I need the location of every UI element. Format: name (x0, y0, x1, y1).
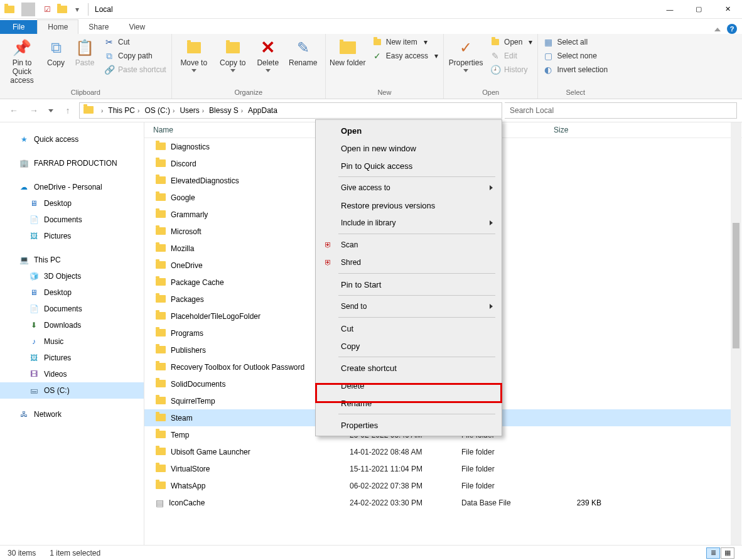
nav-music[interactable]: ♪Music (0, 333, 144, 350)
paste-button[interactable]: 📋Paste (70, 35, 99, 70)
paste-shortcut-icon: 🔗 (104, 65, 114, 75)
network-icon: 🖧 (19, 409, 29, 419)
crumb-1[interactable]: OS (C:)› (142, 106, 177, 115)
nav-os-c[interactable]: 🖴OS (C:) (0, 382, 144, 399)
group-label-organize: Organize (234, 87, 262, 99)
ctx-delete[interactable]: Delete (317, 377, 500, 394)
downloads-icon: ⬇ (29, 320, 39, 330)
history-icon: 🕘 (490, 65, 500, 75)
file-row[interactable]: WhatsApp06-02-2022 07:38 PMFile folder (144, 477, 731, 494)
delete-button[interactable]: ✕Delete (252, 35, 284, 75)
file-row[interactable]: VirtualStore15-11-2021 11:04 PMFile fold… (144, 460, 731, 477)
ctx-scan[interactable]: ⛨Scan (317, 236, 500, 254)
col-size[interactable]: Size (554, 126, 616, 134)
new-folder-icon (338, 38, 358, 58)
pin-icon: 📌 (12, 38, 32, 58)
file-icon: ▤ (156, 498, 164, 508)
nav-onedrive[interactable]: ☁OneDrive - Personal (0, 179, 144, 195)
folder-icon (156, 311, 166, 322)
nav-network[interactable]: 🖧Network (0, 406, 144, 423)
file-row[interactable]: ▤IconCache24-02-2022 03:30 PMData Base F… (144, 494, 731, 511)
tab-home[interactable]: Home (37, 19, 78, 34)
search-input[interactable]: Search Local (505, 102, 737, 119)
ribbon-collapse-icon[interactable] (714, 24, 721, 33)
view-large-icons-button[interactable]: ▦ (721, 547, 734, 559)
nav-3d-objects[interactable]: 🧊3D Objects (0, 268, 144, 284)
crumb-4[interactable]: AppData (245, 106, 280, 115)
ctx-create-shortcut[interactable]: Create shortcut (317, 359, 500, 377)
pin-quick-access-button[interactable]: 📌Pin to Quick access (3, 35, 41, 87)
nav-quick-access[interactable]: ★Quick access (0, 131, 144, 148)
crumb-2[interactable]: Users› (177, 106, 207, 115)
file-name: PlaceholderTileLogoFolder (171, 312, 261, 321)
nav-desktop[interactable]: 🖥Desktop (0, 284, 144, 301)
rename-button[interactable]: ✎Rename (284, 35, 323, 70)
nav-documents[interactable]: 📄Documents (0, 301, 144, 317)
edit-button[interactable]: ✎Edit (488, 49, 535, 63)
nav-od-documents[interactable]: 📄Documents (0, 212, 144, 228)
nav-od-pictures[interactable]: 🖼Pictures (0, 228, 144, 244)
close-button[interactable]: ✕ (713, 0, 742, 19)
ctx-shred[interactable]: ⛨Shred (317, 254, 500, 271)
window-title: Local (95, 5, 113, 14)
ctx-pin-start[interactable]: Pin to Start (317, 276, 500, 293)
ctx-open[interactable]: Open (317, 122, 500, 139)
copy-path-button[interactable]: ⧉Copy path (102, 49, 169, 63)
address-bar[interactable]: › This PC› OS (C:)› Users› Blessy S› App… (79, 102, 502, 119)
recent-button[interactable] (45, 102, 56, 119)
invert-selection-button[interactable]: ◐Invert selection (540, 63, 610, 77)
move-to-button[interactable]: Move to (175, 35, 213, 75)
copy-button[interactable]: ⧉Copy (41, 35, 70, 70)
select-all-button[interactable]: ▦Select all (540, 35, 610, 49)
properties-button[interactable]: ✓Properties (446, 35, 485, 75)
group-label-open: Open (482, 87, 499, 99)
qat-dropdown[interactable]: ▾ (70, 3, 84, 16)
ctx-restore-previous[interactable]: Restore previous versions (317, 197, 500, 214)
nav-farrad[interactable]: 🏢FARRAD PRODUCTION (0, 155, 144, 171)
select-none-button[interactable]: ▢Select none (540, 49, 610, 63)
tab-view[interactable]: View (119, 20, 155, 34)
ctx-include-library[interactable]: Include in library (317, 214, 500, 232)
nav-videos[interactable]: 🎞Videos (0, 366, 144, 382)
ctx-cut[interactable]: Cut (317, 320, 500, 337)
help-icon[interactable]: ? (727, 24, 737, 34)
up-button[interactable]: ↑ (59, 102, 77, 119)
nav-downloads[interactable]: ⬇Downloads (0, 317, 144, 333)
ctx-properties[interactable]: Properties (317, 416, 500, 434)
tab-share[interactable]: Share (78, 20, 119, 34)
cut-button[interactable]: ✂Cut (102, 35, 169, 49)
scrollbar-thumb[interactable] (733, 223, 739, 348)
qat-newfolder-icon[interactable] (55, 3, 69, 16)
paste-shortcut-button[interactable]: 🔗Paste shortcut (102, 63, 169, 77)
maximize-button[interactable]: ▢ (684, 0, 713, 19)
ctx-open-new-window[interactable]: Open in new window (317, 139, 500, 157)
view-details-button[interactable]: ≣ (706, 547, 720, 559)
file-name: ElevatedDiagnostics (171, 176, 239, 185)
tab-file[interactable]: File (0, 20, 37, 34)
nav-this-pc[interactable]: 💻This PC (0, 252, 144, 268)
easy-access-button[interactable]: ✓Easy access ▾ (370, 49, 441, 63)
nav-pictures[interactable]: 🖼Pictures (0, 350, 144, 366)
open-button[interactable]: Open ▾ (488, 35, 535, 49)
new-item-button[interactable]: New item ▾ (370, 35, 441, 49)
folder-icon (156, 226, 166, 237)
forward-button[interactable]: → (25, 102, 43, 119)
group-label-clipboard: Clipboard (71, 87, 100, 99)
crumb-3[interactable]: Blessy S› (207, 106, 245, 115)
ctx-copy[interactable]: Copy (317, 337, 500, 355)
copy-to-button[interactable]: Copy to (213, 35, 252, 75)
back-button[interactable]: ← (5, 102, 23, 119)
history-button[interactable]: 🕘History (488, 63, 535, 77)
ctx-give-access[interactable]: Give access to (317, 179, 500, 197)
ctx-rename[interactable]: Rename (317, 394, 500, 412)
scrollbar[interactable] (731, 122, 741, 545)
ctx-send-to[interactable]: Send to (317, 298, 500, 315)
minimize-button[interactable]: — (655, 0, 684, 19)
addr-folder-icon (81, 106, 96, 116)
nav-od-desktop[interactable]: 🖥Desktop (0, 195, 144, 212)
ctx-pin-quick[interactable]: Pin to Quick access (317, 157, 500, 175)
file-row[interactable]: Ubisoft Game Launcher14-01-2022 08:48 AM… (144, 443, 731, 460)
crumb-0[interactable]: This PC› (105, 106, 142, 115)
qat-properties-icon[interactable]: ☑ (40, 3, 54, 16)
new-folder-button[interactable]: New folder (328, 35, 367, 70)
